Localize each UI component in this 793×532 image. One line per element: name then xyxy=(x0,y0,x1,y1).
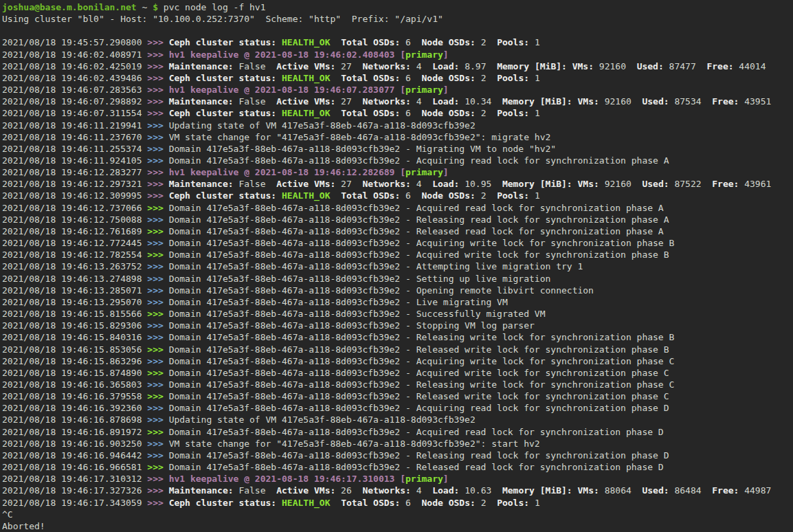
keepalive-line: 2021/08/18 19:46:07.283563 >>> hv1 keepa… xyxy=(2,84,793,96)
text-segment: 4 xyxy=(411,485,432,496)
text-segment: VM state change for "417e5a3f-88eb-467a-… xyxy=(169,132,551,142)
vm-log-line: 2021/08/18 19:46:16.878698 >>> Updating … xyxy=(2,414,793,425)
log-arrow-icon: >>> xyxy=(147,226,168,236)
text-segment: Maintenance: xyxy=(169,96,234,107)
text-segment: Aborted! xyxy=(2,521,45,531)
ceph-status-line: 2021/08/18 19:45:57.290800 >>> Ceph clus… xyxy=(2,36,793,48)
text-segment: 2021/08/18 19:46:12.772445 xyxy=(2,238,147,248)
text-segment: 2021/08/18 19:46:15.874890 xyxy=(2,368,147,378)
vm-log-line: 2021/08/18 19:46:12.782554 >>> Domain 41… xyxy=(2,249,793,261)
vm-log-line: 2021/08/18 19:46:15.863296 >>> Domain 41… xyxy=(2,355,793,367)
text-segment: 2 xyxy=(476,190,497,201)
text-segment: 2021/08/18 19:46:16.878698 xyxy=(2,414,147,425)
vm-log-line: 2021/08/18 19:46:15.840316 >>> Domain 41… xyxy=(2,331,793,343)
text-segment: 2021/08/18 19:46:11.219941 xyxy=(2,120,147,131)
log-arrow-icon: >>> xyxy=(147,356,168,366)
text-segment: Domain 417e5a3f-88eb-467a-a118-8d093cfb3… xyxy=(169,261,583,271)
text-segment: 2021/08/18 19:46:16.903250 xyxy=(2,439,147,449)
text-segment: 6 xyxy=(400,108,421,118)
log-arrow-icon: >>> xyxy=(147,344,168,355)
text-segment: 87534 xyxy=(669,96,713,107)
text-segment: Domain 417e5a3f-88eb-467a-a118-8d093cfb3… xyxy=(169,332,675,342)
text-segment: 2021/08/18 19:46:02.408971 xyxy=(2,49,147,60)
text-segment: Node OSDs: xyxy=(422,37,476,47)
text-segment: 2021/08/18 19:46:12.283277 xyxy=(2,167,147,177)
text-segment: VMs: xyxy=(578,485,599,496)
text-segment: 44987 xyxy=(739,485,771,496)
text-segment: 2021/08/18 19:46:12.737066 xyxy=(2,203,147,213)
node-status-line: 2021/08/18 19:46:02.425019 >>> Maintenan… xyxy=(2,60,793,72)
text-segment: Ceph cluster status: xyxy=(169,108,277,118)
text-segment: HEALTH_OK xyxy=(282,498,330,508)
text-segment: 2021/08/18 19:46:11.237670 xyxy=(2,132,147,142)
text-segment: Networks: xyxy=(362,61,410,71)
text-segment: 2021/08/18 19:46:15.829306 xyxy=(2,320,147,331)
text-segment xyxy=(276,108,282,118)
text-segment: 4 xyxy=(411,96,432,107)
text-segment: Pools: xyxy=(497,498,529,508)
text-segment: 92160 xyxy=(599,179,643,189)
text-segment: 2021/08/18 19:46:13.274898 xyxy=(2,274,147,284)
ceph-status-line: 2021/08/18 19:46:12.309995 >>> Ceph clus… xyxy=(2,190,793,201)
text-segment: Domain 417e5a3f-88eb-467a-a118-8d093cfb3… xyxy=(169,462,664,472)
text-segment: Ceph cluster status: xyxy=(169,498,277,508)
text-segment: hv1 keepalive @ 2021-08-18 19:46:02.4084… xyxy=(169,49,405,60)
text-segment: Active VMs: xyxy=(276,96,335,107)
text-segment: 92160 xyxy=(599,96,643,107)
text-segment: Active VMs: xyxy=(276,61,335,71)
text-segment: primary xyxy=(405,167,443,177)
text-segment: 2021/08/18 19:46:02.425019 xyxy=(2,61,147,71)
text-segment: Domain 417e5a3f-88eb-467a-a118-8d093cfb3… xyxy=(169,250,669,260)
text-segment: primary xyxy=(405,85,443,95)
log-arrow-icon: >>> xyxy=(147,179,168,189)
text-segment: 2021/08/18 19:46:12.309995 xyxy=(2,190,147,201)
text-segment: Free: xyxy=(712,179,739,189)
text-segment: 2021/08/18 19:46:11.255374 xyxy=(2,144,147,154)
log-arrow-icon: >>> xyxy=(147,332,168,342)
text-segment: Pools: xyxy=(497,108,529,118)
text-segment: 86484 xyxy=(669,485,713,496)
text-segment xyxy=(572,485,578,496)
text-segment: False xyxy=(234,485,277,496)
text-segment: Pools: xyxy=(497,73,529,83)
text-segment: Free: xyxy=(706,61,733,71)
text-segment: 2021/08/18 19:46:02.439486 xyxy=(2,73,147,83)
text-segment: Maintenance: xyxy=(169,61,234,71)
ceph-status-line: 2021/08/18 19:46:02.439486 >>> Ceph clus… xyxy=(2,72,793,84)
text-segment: Total OSDs: xyxy=(341,73,400,83)
text-segment: 92160 xyxy=(594,61,637,71)
text-segment: VMs: xyxy=(572,61,594,71)
text-segment: Domain 417e5a3f-88eb-467a-a118-8d093cfb3… xyxy=(169,379,675,390)
text-segment xyxy=(330,190,341,201)
prompt-line: joshua@base.m.bonilan.net ~ $ pvc node l… xyxy=(2,1,793,13)
log-arrow-icon: >>> xyxy=(147,414,168,425)
log-arrow-icon: >>> xyxy=(147,391,168,401)
log-arrow-icon: >>> xyxy=(147,368,168,378)
log-arrow-icon: >>> xyxy=(147,309,168,319)
text-segment: Domain 417e5a3f-88eb-467a-a118-8d093cfb3… xyxy=(169,450,669,461)
text-segment: 44014 xyxy=(734,61,766,71)
text-segment: pvc node log -f hv1 xyxy=(158,2,266,12)
log-arrow-icon: >>> xyxy=(147,320,168,331)
text-segment: Using cluster "bl0" - Host: "10.100.0.25… xyxy=(2,14,443,24)
text-segment: Domain 417e5a3f-88eb-467a-a118-8d093cfb3… xyxy=(169,368,669,378)
text-segment: 27 xyxy=(335,96,362,107)
log-arrow-icon: >>> xyxy=(147,190,168,201)
log-arrow-icon: >>> xyxy=(147,297,168,307)
text-segment: Domain 417e5a3f-88eb-467a-a118-8d093cfb3… xyxy=(169,285,594,296)
log-arrow-icon: >>> xyxy=(147,285,168,296)
text-segment: Ceph cluster status: xyxy=(169,73,277,83)
log-arrow-icon: >>> xyxy=(147,261,168,271)
log-arrow-icon: >>> xyxy=(147,144,168,154)
text-segment xyxy=(567,61,572,71)
text-segment: Domain 417e5a3f-88eb-467a-a118-8d093cfb3… xyxy=(169,226,664,236)
text-segment: Load: xyxy=(432,179,459,189)
vm-log-line: 2021/08/18 19:46:12.772445 >>> Domain 41… xyxy=(2,237,793,249)
text-segment: 2021/08/18 19:46:17.310312 xyxy=(2,474,147,484)
terminal-output[interactable]: joshua@base.m.bonilan.net ~ $ pvc node l… xyxy=(0,0,793,532)
log-arrow-icon: >>> xyxy=(147,379,168,390)
vm-log-line: 2021/08/18 19:46:16.365803 >>> Domain 41… xyxy=(2,379,793,390)
text-segment: primary xyxy=(405,49,443,60)
text-segment: Domain 417e5a3f-88eb-467a-a118-8d093cfb3… xyxy=(169,320,535,331)
blank-line xyxy=(2,25,793,36)
